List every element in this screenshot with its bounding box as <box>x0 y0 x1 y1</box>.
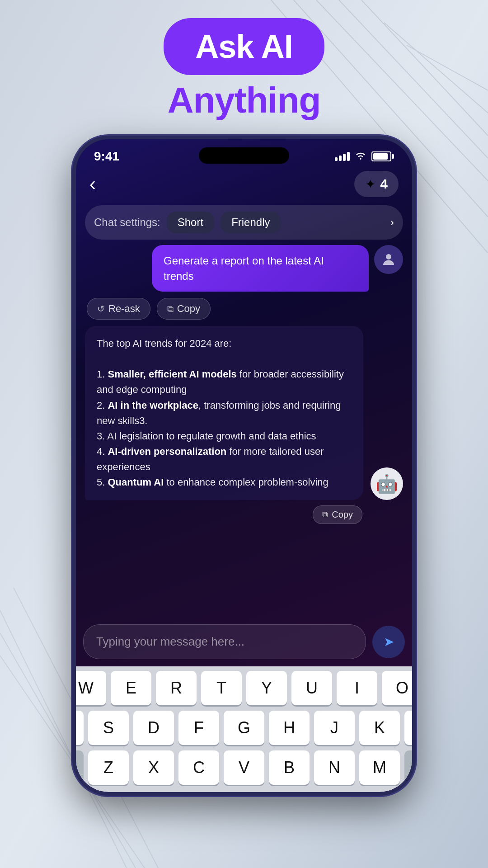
key-i[interactable]: I <box>337 671 377 705</box>
key-o[interactable]: O <box>382 671 412 705</box>
battery-icon <box>371 151 394 161</box>
key-j[interactable]: J <box>314 711 355 745</box>
copy-icon: ⧉ <box>167 304 174 314</box>
chat-settings-short-chip[interactable]: Short <box>167 212 214 233</box>
ai-item-1: 1. Smaller, efficient AI models for broa… <box>97 368 344 395</box>
key-s[interactable]: S <box>88 711 129 745</box>
credits-badge[interactable]: ✦ 4 <box>354 171 399 197</box>
input-placeholder: Typing your message here... <box>96 635 244 648</box>
reask-button[interactable]: ↺ Re-ask <box>87 298 150 320</box>
ai-intro: The top AI trends for 2024 are: <box>97 338 231 349</box>
keyboard-row-2: A S D F G H J K L <box>80 711 408 745</box>
key-k[interactable]: K <box>359 711 400 745</box>
key-n[interactable]: N <box>314 750 355 785</box>
ai-message-text: The top AI trends for 2024 are: 1. Small… <box>97 336 352 490</box>
status-time: 9:41 <box>94 149 119 164</box>
nav-bar: ‹ ✦ 4 <box>76 166 412 202</box>
svg-point-12 <box>386 254 391 259</box>
key-h[interactable]: H <box>269 711 310 745</box>
ai-message-bubble: The top AI trends for 2024 are: 1. Small… <box>85 326 363 500</box>
keyboard-row-1: Q W E R T Y U I O P <box>80 671 408 705</box>
volume-mute-button <box>72 221 75 252</box>
ai-item-5: 5. Quantum AI to enhance complex problem… <box>97 476 328 488</box>
ai-copy-icon: ⧉ <box>322 510 328 519</box>
phone-screen: 9:41 <box>76 139 412 792</box>
wifi-icon <box>354 150 367 163</box>
ai-avatar: 🤖 <box>371 467 403 500</box>
user-message-bubble: Generate a report on the latest AI trend… <box>152 245 369 292</box>
key-z[interactable]: Z <box>88 750 129 785</box>
input-bar: Typing your message here... ➤ <box>83 624 405 659</box>
send-icon: ➤ <box>384 634 394 649</box>
ai-copy-label: Copy <box>332 509 353 520</box>
key-g[interactable]: G <box>224 711 264 745</box>
chat-area: Generate a report on the latest AI trend… <box>76 245 412 619</box>
shift-key[interactable]: ⬆ <box>76 750 84 785</box>
send-button[interactable]: ➤ <box>372 626 405 658</box>
key-b[interactable]: B <box>269 750 310 785</box>
reask-label: Re-ask <box>108 303 140 315</box>
key-u[interactable]: U <box>291 671 332 705</box>
header: Ask AI Anything <box>0 18 488 121</box>
key-r[interactable]: R <box>156 671 197 705</box>
keyboard: Q W E R T Y U I O P A S D F G H J K <box>76 666 412 792</box>
ai-avatar-icon: 🤖 <box>375 473 398 495</box>
ai-copy-button[interactable]: ⧉ Copy <box>313 505 362 524</box>
user-message-text: Generate a report on the latest AI trend… <box>164 255 324 282</box>
phone-frame: 9:41 <box>72 136 416 796</box>
copy-label: Copy <box>177 303 200 315</box>
user-message-row: Generate a report on the latest AI trend… <box>85 245 403 292</box>
volume-up-button <box>72 261 75 307</box>
key-l[interactable]: L <box>404 711 412 745</box>
message-input[interactable]: Typing your message here... <box>83 624 366 659</box>
key-w[interactable]: W <box>76 671 106 705</box>
ai-item-4: 4. AI-driven personalization for more ta… <box>97 446 324 472</box>
key-a[interactable]: A <box>76 711 84 745</box>
key-t[interactable]: T <box>201 671 242 705</box>
ai-item-2: 2. AI in the workplace, transforming job… <box>97 400 341 426</box>
signal-icon <box>335 152 350 161</box>
volume-down-button <box>72 316 75 361</box>
key-x[interactable]: X <box>133 750 174 785</box>
chat-settings-bar[interactable]: Chat settings: Short Friendly › <box>85 205 403 240</box>
user-avatar <box>374 245 403 274</box>
credits-count: 4 <box>380 176 388 192</box>
back-button[interactable]: ‹ <box>89 175 96 193</box>
key-v[interactable]: V <box>224 750 264 785</box>
ask-ai-badge: Ask AI <box>164 18 324 75</box>
key-e[interactable]: E <box>111 671 151 705</box>
key-c[interactable]: C <box>178 750 219 785</box>
key-m[interactable]: M <box>359 750 400 785</box>
action-buttons: ↺ Re-ask ⧉ Copy <box>85 298 403 320</box>
anything-text: Anything <box>168 80 321 121</box>
chat-settings-friendly-chip[interactable]: Friendly <box>221 212 281 233</box>
sparkle-icon: ✦ <box>365 177 375 192</box>
key-f[interactable]: F <box>178 711 219 745</box>
chat-settings-arrow-icon[interactable]: › <box>390 216 394 229</box>
power-button <box>413 257 416 329</box>
dynamic-island <box>199 147 289 164</box>
ai-message-row: The top AI trends for 2024 are: 1. Small… <box>85 326 403 500</box>
keyboard-row-3: ⬆ Z X C V B N M ⌫ <box>80 750 408 785</box>
status-icons <box>335 150 394 163</box>
ai-item-3: 3. AI legislation to regulate growth and… <box>97 430 316 442</box>
chat-settings-label: Chat settings: <box>94 216 160 229</box>
key-y[interactable]: Y <box>246 671 287 705</box>
key-d[interactable]: D <box>133 711 174 745</box>
reask-icon: ↺ <box>97 303 105 314</box>
delete-key[interactable]: ⌫ <box>404 750 412 785</box>
copy-message-button[interactable]: ⧉ Copy <box>157 298 211 320</box>
ask-ai-text: Ask AI <box>195 28 292 65</box>
